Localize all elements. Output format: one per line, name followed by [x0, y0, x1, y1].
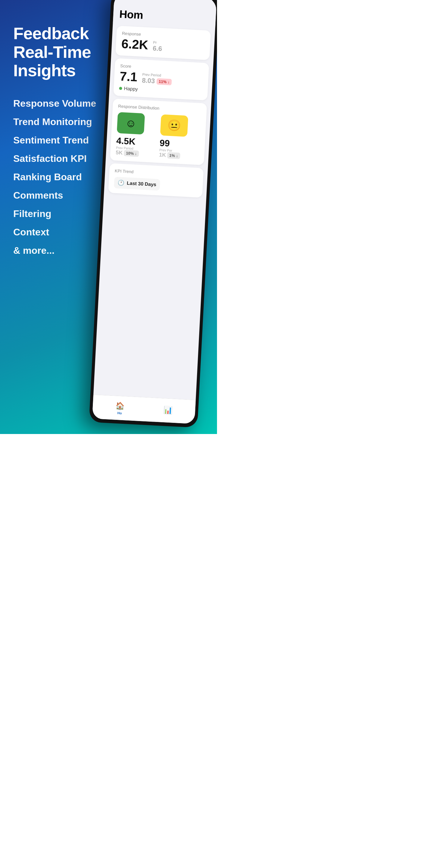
distribution-card: Response Distribution ☺ 4.5K Prev Period… — [110, 98, 207, 165]
score-badge: 11% ↓ — [156, 78, 172, 85]
feature-item: Ranking Board — [13, 168, 115, 186]
headline-line3: Insights — [13, 61, 76, 80]
feature-item: Comments — [13, 187, 115, 204]
chart-icon: 📊 — [163, 406, 173, 415]
phone-frame: Hom Response 6.2K Pr 6.6 — [89, 0, 217, 428]
app-title: Hom — [119, 8, 210, 25]
score-card: Score 7.1 Prev Period 8.03 11% ↓ — [113, 58, 209, 100]
score-value: 7.1 — [119, 70, 138, 84]
neutral-badge: 1% ↓ — [167, 152, 180, 159]
feature-item: Response Volume — [13, 95, 115, 112]
kpi-filter-label: Last 30 Days — [127, 181, 156, 187]
feature-item: Trend Monitoring — [13, 113, 115, 130]
headline: Feedback Real-Time Insights — [13, 24, 115, 80]
home-icon: 🏠 — [115, 401, 124, 410]
status-label: Happy — [124, 86, 138, 92]
score-prev-value: 8.03 — [142, 76, 155, 85]
status-dot — [119, 87, 122, 90]
cards-container: Response 6.2K Pr 6.6 Score 7.1 — [104, 23, 215, 200]
bottom-nav: 🏠 Ho 📊 — [92, 395, 196, 424]
dist-happy: ☺ 4.5K Prev Period 5K 10% ↓ — [116, 112, 157, 158]
clock-icon: 🕐 — [118, 179, 124, 186]
happy-emoji-card: ☺ — [117, 112, 145, 135]
happy-badge: 10% ↓ — [124, 150, 139, 157]
response-card: Response 6.2K Pr 6.6 — [116, 26, 211, 60]
nav-home[interactable]: 🏠 Ho — [115, 401, 125, 415]
headline-line2: Real-Time — [13, 42, 91, 61]
phone-area: Hom Response 6.2K Pr 6.6 — [105, 0, 217, 434]
kpi-filter[interactable]: 🕐 Last 30 Days — [114, 177, 160, 191]
neutral-emoji-card: 😐 — [160, 114, 188, 137]
kpi-card: KPI Trend 🕐 Last 30 Days — [108, 163, 204, 198]
nav-chart[interactable]: 📊 — [163, 406, 173, 416]
response-value: 6.2K — [121, 37, 149, 52]
phone-screen: Hom Response 6.2K Pr 6.6 — [92, 0, 217, 424]
feature-item: Sentiment Trend — [13, 132, 115, 149]
dist-neutral: 😐 99 Prev Per 1K 1% ↓ — [159, 114, 201, 160]
headline-line1: Feedback — [13, 24, 89, 43]
happy-prev-val: 5K — [116, 150, 123, 156]
kpi-title: KPI Trend — [115, 168, 198, 178]
happy-face-icon: ☺ — [125, 117, 137, 130]
nav-home-label: Ho — [117, 411, 122, 415]
feature-item: Satisfaction KPI — [13, 150, 115, 167]
neutral-prev-val: 1K — [159, 152, 166, 158]
neutral-face-icon: 😐 — [167, 119, 181, 132]
dist-title: Response Distribution — [118, 104, 201, 113]
response-prev-value: 6.6 — [153, 44, 162, 53]
